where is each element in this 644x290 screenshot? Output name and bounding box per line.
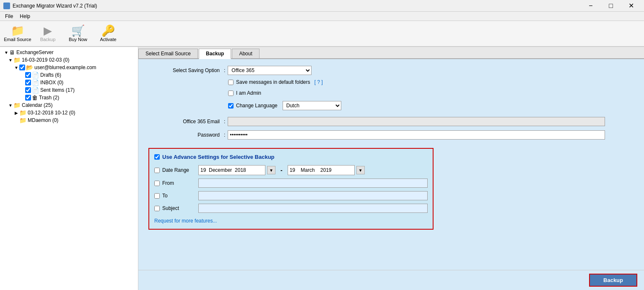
from-row: From: [154, 179, 428, 188]
office365-email-input[interactable]: [228, 117, 605, 126]
folder-icon-calendar: 📁: [13, 102, 21, 109]
tree-node-user1[interactable]: ▼ 📂 user@blurred.example.com: [0, 64, 138, 71]
tab-select-email-source[interactable]: Select Email Source: [138, 49, 198, 58]
email-source-label: Email Source: [4, 37, 31, 42]
tree-node-mdaemon[interactable]: 📁 MDaemon (0): [0, 117, 138, 124]
email-source-icon: 📁: [11, 25, 24, 36]
menu-file[interactable]: File: [2, 13, 16, 20]
tree-node-calendar[interactable]: ▼ 📁 Calendar (25): [0, 101, 138, 109]
tree-expand-date1[interactable]: ▼: [8, 58, 13, 62]
menu-help[interactable]: Help: [16, 13, 34, 20]
email-source-button[interactable]: 📁 Email Source: [3, 22, 32, 45]
toolbar: 📁 Email Source ▶ Backup 🛒 Buy Now 🔑 Acti…: [0, 21, 644, 47]
tree-label-trash: Trash (2): [39, 95, 59, 101]
app-icon: [3, 3, 10, 9]
subject-input[interactable]: [198, 204, 428, 213]
date-to-calendar-button[interactable]: ▼: [356, 166, 365, 174]
from-label: From: [162, 180, 196, 186]
tree-node-trash[interactable]: 🗑 Trash (2): [0, 94, 138, 101]
date-from-group: ▼: [198, 165, 275, 175]
password-label: Password: [148, 132, 224, 138]
folder-icon-date1: 📁: [13, 57, 21, 63]
saving-option-select[interactable]: Office 365 PST MBOX EML MSG: [228, 66, 312, 75]
activate-icon: 🔑: [101, 25, 115, 36]
help-link[interactable]: [ ? ]: [314, 79, 323, 85]
tree-label-drafts: Drafts (6): [40, 72, 61, 78]
saving-option-label: Select Saving Option: [148, 67, 224, 73]
tree-checkbox-sent[interactable]: [25, 87, 31, 93]
right-panel: Select Email Source Backup About Select …: [138, 47, 644, 290]
tree-node-date2[interactable]: ▶ 📁 03-12-2018 10-12 (0): [0, 109, 138, 117]
tab-bar: Select Email Source Backup About: [138, 47, 644, 59]
tree-expand-calendar[interactable]: ▼: [8, 103, 13, 108]
to-label: To: [162, 193, 196, 199]
folder-icon-user1: 📂: [26, 64, 33, 71]
date-from-input[interactable]: [198, 165, 265, 175]
tree-root[interactable]: ▼ 🖥 ExchangeServer: [0, 49, 138, 56]
office365-email-label: Office 365 Email: [148, 119, 224, 124]
date-range-checkbox[interactable]: [154, 168, 160, 173]
from-checkbox[interactable]: [154, 181, 160, 186]
tree-checkbox-drafts[interactable]: [25, 72, 31, 78]
from-input[interactable]: [198, 179, 428, 188]
trash-icon: 🗑: [32, 94, 38, 101]
to-row: To: [154, 191, 428, 200]
password-colon: :: [224, 132, 225, 138]
buy-now-button[interactable]: 🛒 Buy Now: [64, 22, 92, 45]
tree-label-user1: user@blurred.example.com: [34, 65, 96, 70]
date-range-label: Date Range: [162, 167, 196, 173]
adv-settings-checkbox[interactable]: [154, 154, 160, 160]
to-input[interactable]: [198, 191, 428, 200]
i-am-admin-checkbox[interactable]: [228, 91, 234, 96]
tree-label-sent: Sent Items (17): [40, 87, 75, 93]
tree-node-date1[interactable]: ▼ 📁 16-03-2019 02-03 (0): [0, 56, 138, 64]
close-button[interactable]: ✕: [621, 0, 641, 12]
backup-button[interactable]: Backup: [589, 274, 637, 287]
backup-tab-content: Select Saving Option : Office 365 PST MB…: [138, 59, 644, 270]
tree-checkbox-user1[interactable]: [19, 65, 25, 70]
adv-settings-header: Use Advance Settings for Selective Backu…: [154, 154, 428, 160]
password-input[interactable]: [228, 130, 605, 140]
tree-checkbox-inbox[interactable]: [25, 80, 31, 85]
left-panel-tree: ▼ 🖥 ExchangeServer ▼ 📁 16-03-2019 02-03 …: [0, 47, 138, 290]
change-language-label: Change Language: [236, 103, 278, 109]
save-messages-label: Save messages in default folders: [236, 79, 310, 85]
tree-label-date2: 03-12-2018 10-12 (0): [28, 110, 75, 116]
maximize-button[interactable]: □: [601, 0, 621, 12]
tree-expand-root[interactable]: ▼: [3, 50, 9, 55]
request-features-link[interactable]: Request for more features...: [154, 218, 217, 224]
save-messages-checkbox[interactable]: [228, 80, 234, 85]
backup-icon: ▶: [44, 25, 52, 36]
folder-icon-mdaemon: 📁: [19, 117, 26, 124]
subject-checkbox[interactable]: [154, 206, 160, 211]
tree-checkbox-trash[interactable]: [25, 95, 31, 101]
buy-now-icon: 🛒: [71, 25, 85, 36]
tree-expand-date2[interactable]: ▶: [13, 111, 19, 115]
to-checkbox[interactable]: [154, 193, 160, 199]
i-am-admin-row: I am Admin: [228, 90, 261, 96]
office365-email-row: Office 365 Email :: [148, 117, 634, 126]
date-from-calendar-button[interactable]: ▼: [267, 166, 275, 174]
saving-option-row: Select Saving Option : Office 365 PST MB…: [148, 66, 634, 75]
tree-expand-user1[interactable]: ▼: [13, 65, 19, 70]
change-language-row: Change Language Dutch English French Ger…: [228, 101, 341, 110]
tree-label-mdaemon: MDaemon (0): [28, 117, 58, 123]
tree-node-sent[interactable]: 📄 Sent Items (17): [0, 86, 138, 94]
backup-toolbar-button: ▶ Backup: [34, 22, 62, 45]
tab-about[interactable]: About: [232, 49, 259, 58]
i-am-admin-label: I am Admin: [236, 90, 261, 96]
tab-backup[interactable]: Backup: [199, 49, 231, 59]
adv-settings-label: Use Advance Settings for Selective Backu…: [162, 154, 275, 160]
language-select[interactable]: Dutch English French German Spanish: [283, 101, 341, 110]
tree-node-inbox[interactable]: 📄 INBOX (0): [0, 79, 138, 86]
saving-option-colon: :: [224, 67, 225, 73]
change-language-checkbox[interactable]: [228, 103, 234, 109]
subject-row: Subject: [154, 204, 428, 213]
main-layout: ▼ 🖥 ExchangeServer ▼ 📁 16-03-2019 02-03 …: [0, 47, 644, 290]
minimize-button[interactable]: −: [581, 0, 600, 12]
date-to-input[interactable]: [288, 165, 355, 175]
activate-button[interactable]: 🔑 Activate: [94, 22, 122, 45]
office365-email-colon: :: [224, 119, 225, 124]
menu-bar: File Help: [0, 12, 644, 21]
tree-node-drafts[interactable]: 📄 Drafts (6): [0, 71, 138, 79]
